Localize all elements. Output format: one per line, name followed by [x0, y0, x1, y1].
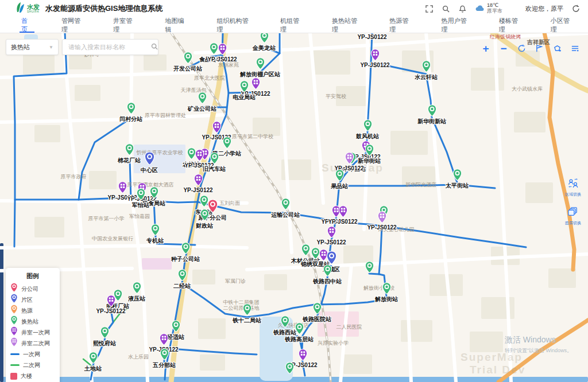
map-marker-station-木材公司站[interactable] — [301, 244, 311, 259]
map-marker-station-熙悦府站[interactable] — [100, 326, 110, 341]
layer-list-icon[interactable] — [570, 43, 580, 53]
layer-switch-label: 图层切换 — [565, 220, 581, 226]
map-marker-station-铁路医院站[interactable] — [312, 302, 322, 317]
nav-tab-7[interactable]: 热源管理 — [375, 17, 427, 33]
map-marker-station-闫村分站[interactable] — [126, 102, 136, 117]
legend-line-icon — [10, 353, 20, 355]
map-marker-station-解放街站[interactable] — [382, 282, 392, 297]
map-marker-well2-YP-JS0122[interactable] — [377, 211, 387, 226]
map-marker-station-经适站[interactable] — [171, 320, 181, 335]
map-marker-station-棉花厂站[interactable] — [125, 143, 134, 158]
map-marker-station-财政站[interactable] — [200, 209, 210, 224]
map-marker-well1-YP-JS0122[interactable] — [106, 295, 116, 310]
nav-tab-10[interactable]: 小区管理 — [536, 17, 588, 33]
map-marker-well1-YP-JS0122[interactable] — [212, 121, 222, 136]
map-marker-station-太平街站[interactable] — [452, 169, 462, 184]
zoom-in-icon[interactable]: + — [481, 43, 491, 53]
legend-item-label: 片区 — [21, 296, 33, 304]
map-marker-station-专机站[interactable] — [150, 224, 160, 239]
map-marker-station-铁路西站[interactable] — [280, 315, 290, 330]
app-window: 水发 SHUIFA 水发能源盾安供热GIS地理信息系统 — [0, 0, 588, 382]
map-marker-well2-YP-JS0122[interactable] — [345, 152, 354, 167]
search-category-dropdown[interactable]: 换热站 ▼ — [6, 39, 59, 55]
nav-tab-0[interactable]: 首页 — [7, 17, 47, 33]
map-marker-station-旧汽车站[interactable] — [210, 152, 219, 167]
map-marker-well1-YP-JS0122[interactable] — [159, 333, 169, 348]
map-marker-station-果品站[interactable] — [335, 169, 345, 184]
weather-widget: 18℃ 原平市 — [475, 3, 502, 14]
nav-tab-6[interactable]: 换热站管理 — [318, 17, 375, 33]
nav-tab-2[interactable]: 井室管理 — [99, 17, 150, 33]
nav-tab-5[interactable]: 机组管理 — [266, 17, 318, 33]
map-marker-station-水云轩站[interactable] — [421, 60, 431, 75]
map-marker-station-金美龙站[interactable] — [260, 33, 269, 46]
nav-tab-3[interactable]: 地图编辑 — [150, 17, 202, 33]
search-input[interactable] — [67, 43, 151, 51]
nav-tab-1[interactable]: 管网管理 — [47, 17, 99, 33]
welcome-text: 欢迎您，原平 — [525, 5, 563, 13]
measure-icon[interactable] — [534, 43, 544, 53]
logout-icon[interactable] — [571, 5, 580, 13]
map-marker-station[interactable] — [285, 362, 295, 377]
draw-icon[interactable] — [552, 43, 562, 53]
map-marker-well1-YP-JS0122[interactable] — [338, 205, 348, 220]
map-marker-station[interactable] — [365, 261, 374, 276]
map-marker-station-铁路四中站[interactable] — [323, 264, 332, 279]
map-canvas[interactable]: SuperMapSuperMapTrial Dev 原平北大医院东旭家苑天津蛋汤… — [0, 33, 588, 382]
map-toolbar: +− — [481, 43, 580, 53]
search-category-value: 换热站 — [11, 43, 30, 52]
fullscreen-icon[interactable] — [425, 5, 434, 13]
legend-item-换热站: 换热站 — [10, 316, 55, 327]
zoom-out-icon[interactable]: − — [498, 43, 509, 53]
legend-item-片区: 片区 — [10, 294, 55, 305]
map-marker-station-铁路高层站[interactable] — [295, 322, 304, 337]
region-switch-icon — [567, 178, 579, 190]
map-marker-station-新华街新站[interactable] — [427, 104, 437, 119]
legend-item-热源: 热源 — [10, 305, 55, 316]
legend-item-label: 换热站 — [21, 318, 38, 326]
map-marker-well1-YP-JS0122[interactable] — [251, 77, 261, 92]
map-marker-well1-YP-JS0122[interactable] — [195, 149, 204, 164]
legend-item-label: 大楼 — [21, 372, 32, 380]
map-marker-station-鼓风机站[interactable] — [363, 119, 373, 134]
search-icon[interactable] — [442, 5, 450, 13]
map-marker-well1-YP-JS0122[interactable] — [218, 43, 227, 58]
map-marker-station-第二小学站[interactable] — [222, 137, 232, 151]
map-search-bar: 换热站 ▼ — [6, 39, 158, 55]
search-submit-icon[interactable] — [151, 42, 158, 52]
region-switch-button[interactable]: 区域切换 — [565, 178, 581, 197]
nav-tab-9[interactable]: 楼栋管理 — [485, 17, 536, 33]
map-marker-well1-YP-JS0122[interactable] — [327, 226, 336, 241]
legend-item-井室一次网: 井室一次网 — [10, 327, 55, 338]
map-marker-station-解放街棚户区站[interactable] — [256, 57, 265, 72]
map-marker-station-矿业公司站[interactable] — [198, 92, 207, 107]
nav-tab-8[interactable]: 热用户管理 — [427, 17, 484, 33]
map-marker-district-中心区[interactable] — [144, 151, 155, 168]
map-marker-station-种子公司站[interactable] — [181, 242, 191, 257]
map-marker-station-新华街站[interactable] — [365, 144, 374, 159]
map-marker-station-五分部站[interactable] — [160, 348, 169, 363]
legend-pin-icon — [10, 315, 18, 328]
map-marker-station-铁十二局站[interactable] — [242, 303, 252, 318]
search-input-wrap — [62, 39, 158, 55]
map-marker-well1-YP-JS0122[interactable] — [118, 181, 127, 196]
map-marker-station-运输公司站[interactable] — [281, 198, 291, 213]
map-marker-station-液压站[interactable] — [132, 282, 142, 297]
map-marker-station-二经站[interactable] — [177, 269, 187, 284]
map-marker-station-军怡站[interactable] — [136, 188, 146, 203]
map-marker-station-粮食局站[interactable] — [149, 186, 159, 201]
map-marker-well1-YP-JS0122[interactable] — [298, 349, 308, 364]
logo-text-en: SHUIFA — [27, 10, 40, 13]
map-marker-well1-YP-JS0122[interactable] — [370, 49, 380, 64]
legend-pin-icon — [10, 337, 18, 349]
map-marker-station-开发公司站[interactable] — [183, 52, 193, 67]
nav-tab-4[interactable]: 组织机构管理 — [203, 17, 266, 33]
map-marker-station-土地站[interactable] — [88, 352, 98, 367]
weather-city: 原平市 — [487, 9, 502, 14]
map-marker-station-电业局站[interactable] — [239, 80, 249, 95]
map-marker-well1-YP-JS0122[interactable] — [194, 174, 203, 189]
bell-icon[interactable] — [458, 5, 467, 13]
layer-switch-button[interactable]: 图层切换 — [565, 206, 581, 226]
main-nav: 首页管网管理井室管理地图编辑组织机构管理机组管理换热站管理热源管理热用户管理楼栋… — [0, 17, 588, 33]
reset-icon[interactable] — [516, 43, 527, 53]
